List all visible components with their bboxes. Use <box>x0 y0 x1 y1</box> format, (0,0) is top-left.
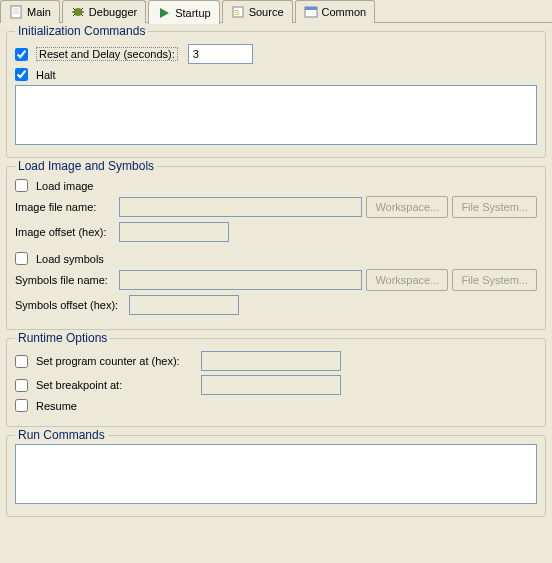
tab-startup[interactable]: Startup <box>148 0 219 24</box>
group-load-image: Load Image and Symbols Load image Image … <box>6 166 546 330</box>
tab-main[interactable]: Main <box>0 0 60 23</box>
tab-label: Main <box>27 6 51 18</box>
image-offset-field[interactable] <box>119 222 229 242</box>
group-title: Runtime Options <box>15 331 110 345</box>
svg-marker-11 <box>160 8 169 18</box>
tab-label: Common <box>322 6 367 18</box>
load-image-checkbox[interactable] <box>15 179 28 192</box>
run-commands-textarea[interactable] <box>15 444 537 504</box>
dialog-root: Main Debugger Startup S Source Common In… <box>0 0 552 563</box>
group-run-commands: Run Commands <box>6 435 546 517</box>
tab-debugger[interactable]: Debugger <box>62 0 146 23</box>
reset-delay-field[interactable] <box>188 44 253 64</box>
symbols-file-name-label: Symbols file name: <box>15 274 115 286</box>
svg-line-8 <box>81 8 83 10</box>
set-bp-label: Set breakpoint at: <box>36 379 191 391</box>
svg-line-10 <box>81 14 83 16</box>
svg-rect-0 <box>11 6 21 18</box>
set-bp-checkbox[interactable] <box>15 379 28 392</box>
symbols-offset-label: Symbols offset (hex): <box>15 299 125 311</box>
reset-delay-checkbox[interactable] <box>15 48 28 61</box>
tab-source[interactable]: S Source <box>222 0 293 23</box>
load-image-label: Load image <box>36 180 94 192</box>
svg-rect-15 <box>305 7 317 10</box>
group-title: Load Image and Symbols <box>15 159 157 173</box>
group-init-commands: Initialization Commands Reset and Delay … <box>6 31 546 158</box>
load-symbols-checkbox[interactable] <box>15 252 28 265</box>
halt-checkbox[interactable] <box>15 68 28 81</box>
page-icon <box>9 5 23 19</box>
tab-strip: Main Debugger Startup S Source Common <box>0 0 552 23</box>
svg-text:S: S <box>234 8 239 17</box>
symbols-file-name-field[interactable] <box>119 270 362 290</box>
svg-point-4 <box>74 8 82 16</box>
image-offset-label: Image offset (hex): <box>15 226 115 238</box>
tab-label: Source <box>249 6 284 18</box>
symbols-workspace-button[interactable]: Workspace... <box>366 269 448 291</box>
symbols-offset-field[interactable] <box>129 295 239 315</box>
reset-delay-label: Reset and Delay (seconds): <box>36 47 178 61</box>
bug-icon <box>71 5 85 19</box>
set-pc-label: Set program counter at (hex): <box>36 355 191 367</box>
set-pc-checkbox[interactable] <box>15 355 28 368</box>
image-filesystem-button[interactable]: File System... <box>452 196 537 218</box>
image-workspace-button[interactable]: Workspace... <box>366 196 448 218</box>
svg-line-7 <box>73 8 75 10</box>
init-commands-textarea[interactable] <box>15 85 537 145</box>
image-file-name-field[interactable] <box>119 197 362 217</box>
symbols-filesystem-button[interactable]: File System... <box>452 269 537 291</box>
group-runtime: Runtime Options Set program counter at (… <box>6 338 546 427</box>
image-file-name-label: Image file name: <box>15 201 115 213</box>
resume-label: Resume <box>36 400 77 412</box>
halt-label: Halt <box>36 69 56 81</box>
source-icon: S <box>231 5 245 19</box>
tab-label: Debugger <box>89 6 137 18</box>
play-icon <box>157 6 171 20</box>
load-symbols-label: Load symbols <box>36 253 104 265</box>
startup-page: Initialization Commands Reset and Delay … <box>0 23 552 563</box>
set-pc-field[interactable] <box>201 351 341 371</box>
svg-line-9 <box>73 14 75 16</box>
set-bp-field[interactable] <box>201 375 341 395</box>
group-title: Initialization Commands <box>15 24 148 38</box>
resume-checkbox[interactable] <box>15 399 28 412</box>
tab-label: Startup <box>175 7 210 19</box>
tab-common[interactable]: Common <box>295 0 376 23</box>
group-title: Run Commands <box>15 428 108 442</box>
window-icon <box>304 5 318 19</box>
